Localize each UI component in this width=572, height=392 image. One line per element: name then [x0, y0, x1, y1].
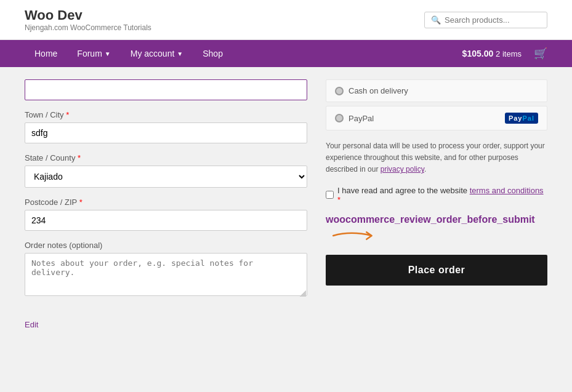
town-field-group: Town / City * — [25, 110, 307, 143]
terms-text: I have read and agree to the website ter… — [337, 186, 547, 204]
nav-forum[interactable]: Forum ▼ — [67, 40, 120, 67]
notes-textarea-wrap — [25, 253, 307, 298]
notes-textarea[interactable] — [25, 253, 307, 296]
terms-row: I have read and agree to the website ter… — [326, 186, 547, 204]
cash-label: Cash on delivery — [348, 86, 538, 95]
site-header: Woo Dev Njengah.com WooCommerce Tutorial… — [0, 0, 572, 40]
notes-label: Order notes (optional) — [25, 241, 307, 250]
state-field-group: State / County * Kajiado Nairobi Mombasa — [25, 153, 307, 188]
apartment-field-group — [25, 79, 307, 100]
paypal-label: PayPal — [348, 114, 500, 123]
forum-dropdown-arrow: ▼ — [105, 50, 111, 57]
nav-shop[interactable]: Shop — [193, 40, 233, 67]
state-required: * — [78, 153, 81, 162]
paypal-radio[interactable] — [335, 114, 344, 122]
site-branding: Woo Dev Njengah.com WooCommerce Tutorial… — [25, 7, 151, 32]
nav-home[interactable]: Home — [25, 40, 67, 67]
hook-section: woocommerce_review_order_before_submit — [326, 213, 547, 249]
cash-on-delivery-option[interactable]: Cash on delivery — [326, 79, 547, 102]
search-box[interactable]: 🔍 — [424, 12, 547, 28]
cash-radio[interactable] — [335, 87, 344, 95]
paypal-badge: PayPal — [505, 113, 538, 124]
privacy-text: Your personal data will be used to proce… — [326, 140, 547, 176]
state-label: State / County * — [25, 153, 307, 162]
edit-link[interactable]: Edit — [25, 320, 38, 329]
town-label: Town / City * — [25, 110, 307, 119]
resize-handle — [300, 290, 306, 297]
postcode-label: Postcode / ZIP * — [25, 198, 307, 207]
hook-text: woocommerce_review_order_before_submit — [326, 213, 547, 249]
cart-total: $105.00 2 items — [462, 49, 522, 58]
town-required: * — [66, 110, 69, 119]
state-select[interactable]: Kajiado Nairobi Mombasa — [25, 166, 307, 188]
nav-left: Home Forum ▼ My account ▼ Shop — [25, 40, 233, 67]
main-content: Town / City * State / County * Kajiado N… — [0, 67, 572, 354]
site-title: Woo Dev — [25, 7, 151, 23]
cart-icon[interactable]: 🛒 — [534, 47, 547, 60]
search-input[interactable] — [445, 15, 541, 25]
main-nav: Home Forum ▼ My account ▼ Shop $105.00 2… — [0, 40, 572, 67]
postcode-field-group: Postcode / ZIP * — [25, 198, 307, 231]
terms-link[interactable]: terms and conditions — [470, 186, 544, 195]
postcode-input[interactable] — [25, 210, 307, 231]
nav-my-account[interactable]: My account ▼ — [121, 40, 193, 67]
nav-right: $105.00 2 items 🛒 — [462, 47, 547, 60]
my-account-dropdown-arrow: ▼ — [177, 50, 183, 57]
place-order-button[interactable]: Place order — [326, 255, 547, 286]
privacy-policy-link[interactable]: privacy policy — [381, 165, 424, 174]
hook-arrow-icon — [331, 226, 392, 245]
notes-field-group: Order notes (optional) — [25, 241, 307, 298]
terms-required: * — [337, 195, 340, 204]
paypal-option[interactable]: PayPal PayPal — [326, 106, 547, 130]
postcode-required: * — [79, 198, 83, 207]
town-input[interactable] — [25, 122, 307, 143]
site-tagline: Njengah.com WooCommerce Tutorials — [25, 23, 151, 32]
terms-checkbox[interactable] — [326, 191, 334, 199]
payment-section: Cash on delivery PayPal PayPal Your pers… — [326, 79, 547, 329]
apartment-input[interactable] — [25, 79, 307, 100]
billing-form: Town / City * State / County * Kajiado N… — [25, 79, 307, 329]
search-icon: 🔍 — [431, 15, 441, 25]
